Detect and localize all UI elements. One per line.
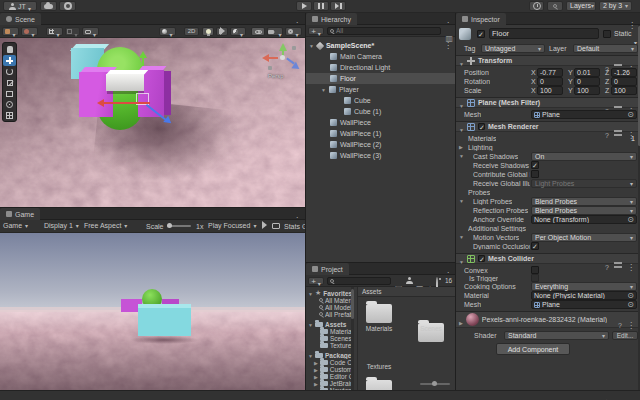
object-picker-icon[interactable] [627,292,634,300]
layers-dropdown[interactable]: Layers [566,1,596,11]
reflection-probes-dropdown[interactable]: Blend Probes [531,206,637,215]
persp-label[interactable]: Persp [268,72,284,81]
transform-tool-button[interactable] [3,99,16,110]
scene-visibility-toggle[interactable] [251,27,265,36]
scale-tool-button[interactable] [3,77,16,88]
axis-x-cone[interactable] [262,54,269,62]
orientation-gizmo[interactable]: Persp [258,40,303,82]
foldout-icon[interactable] [321,86,326,93]
motion-vectors-dropdown[interactable]: Per Object Motion [531,233,637,242]
hierarchy-item[interactable]: Cube [306,95,455,106]
hierarchy-item[interactable]: Player [306,84,455,95]
shader-dropdown[interactable]: Standard [504,331,609,340]
status-console-icon[interactable] [589,391,597,400]
foldout-icon[interactable] [459,94,464,112]
hierarchy-item[interactable]: WallPiece (1) [306,128,455,139]
scene-lighting-toggle[interactable] [202,27,214,36]
hierarchy-item[interactable]: Directional Light [306,62,455,73]
convex-checkbox[interactable] [531,266,539,274]
scale-slider-thumb[interactable] [167,223,172,228]
step-button[interactable] [330,1,346,11]
transform-header[interactable]: Transform [456,55,640,66]
move-tool-button[interactable] [3,55,16,66]
scale-y-field[interactable]: 100 [574,86,600,95]
draw-mode-dropdown[interactable] [159,27,176,36]
rotate-tool-button[interactable] [3,66,16,77]
create-asset-button[interactable]: + [308,277,324,285]
thumbnail-size-slider[interactable] [420,380,450,388]
edit-shader-button[interactable]: Edit... [612,331,638,340]
custom-tool-button[interactable] [3,110,16,121]
tab-inspector[interactable]: Inspector [456,13,506,25]
probes-foldout[interactable]: Probes [456,188,638,197]
materials-row[interactable]: Materials 1 [456,134,638,143]
tab-scene[interactable]: Scene [0,13,41,25]
foldout-icon[interactable] [459,52,464,70]
white-slab[interactable] [106,74,144,91]
display-dropdown[interactable]: Display 1 [44,222,79,229]
favorite-item[interactable]: All Prefabs [306,310,354,318]
add-component-button[interactable]: Add Component [496,343,570,355]
gizmos-dropdown[interactable] [285,27,302,36]
hierarchy-item[interactable]: WallPiece [306,117,455,128]
slider-thumb[interactable] [432,381,437,386]
rotation-z-field[interactable]: 0 [611,77,637,86]
static-checkbox[interactable] [603,30,611,38]
game-camera-dropdown[interactable]: Game [3,222,28,229]
active-checkbox[interactable] [477,30,485,38]
help-icon[interactable] [618,314,622,332]
play-button[interactable] [296,1,312,11]
anchor-object-field[interactable]: None (Transform) [531,215,637,224]
status-progress-icon[interactable] [628,391,635,400]
scale-slider[interactable] [167,222,191,230]
axis-handle-dot[interactable] [292,46,296,50]
layout-dropdown[interactable]: 2 by 3 [599,1,632,11]
mesh-renderer-header[interactable]: Mesh Renderer [456,121,640,132]
object-picker-icon[interactable] [627,111,634,119]
position-z-field[interactable]: -1.26 [611,68,637,77]
hierarchy-item[interactable]: Main Camera [306,51,455,62]
tool-handle-pivot-dropdown[interactable] [2,27,19,36]
cooking-options-dropdown[interactable]: Everything [531,282,637,291]
foldout-icon[interactable] [309,42,314,49]
breadcrumb[interactable]: Assets [362,288,382,296]
tab-project[interactable]: Project [306,263,349,275]
position-x-field[interactable]: -0.77 [537,68,563,77]
aspect-dropdown[interactable]: Free Aspect [84,222,127,229]
grid-visibility-dropdown[interactable] [46,27,63,36]
position-y-field[interactable]: 0.01 [574,68,600,77]
game-viewport[interactable] [0,233,305,390]
vsync-icon[interactable] [272,223,280,229]
foldout-icon[interactable] [459,118,464,136]
tab-game[interactable]: Game [0,208,40,220]
physic-material-field[interactable]: None (Physic Material) [531,291,637,300]
object-name-field[interactable]: Floor [489,28,599,39]
effects-dropdown[interactable] [230,27,246,36]
project-search-input[interactable] [327,277,391,285]
account-button[interactable]: JT [3,1,37,11]
progress-button[interactable] [529,1,544,11]
tool-handle-rotation-dropdown[interactable] [21,27,38,36]
folder-tile-textures[interactable] [366,380,392,390]
scene-options-kebab-icon[interactable] [444,41,452,50]
toggle-2d-button[interactable]: 2D [184,27,199,36]
light-probes-dropdown[interactable]: Blend Probes [531,197,637,206]
scene-camera-dropdown[interactable] [267,27,283,36]
mesh-collider-header[interactable]: Mesh Collider [456,253,640,264]
hierarchy-search-input[interactable]: All [327,27,441,35]
lighting-foldout[interactable]: Lighting [456,143,638,152]
enabled-checkbox[interactable] [478,255,485,262]
global-search-button[interactable] [547,1,563,11]
object-picker-icon[interactable] [627,301,634,309]
status-sync-icon[interactable] [602,391,609,400]
additional-settings-foldout[interactable]: Additional Settings [456,224,638,233]
scrollbar-thumb[interactable] [351,289,354,319]
material-header[interactable]: Pexels-anni-roenkae-2832432 (Material) [456,311,640,328]
scene-viewport[interactable]: Persp [0,38,305,207]
axis-handle-dot[interactable] [268,66,272,70]
folder-tile-materials[interactable] [366,304,392,323]
kebab-icon[interactable] [627,314,635,332]
collider-mesh-field[interactable]: Plane [531,300,637,309]
cast-shadows-dropdown[interactable]: On [531,152,637,161]
status-import-icon[interactable] [615,391,623,400]
